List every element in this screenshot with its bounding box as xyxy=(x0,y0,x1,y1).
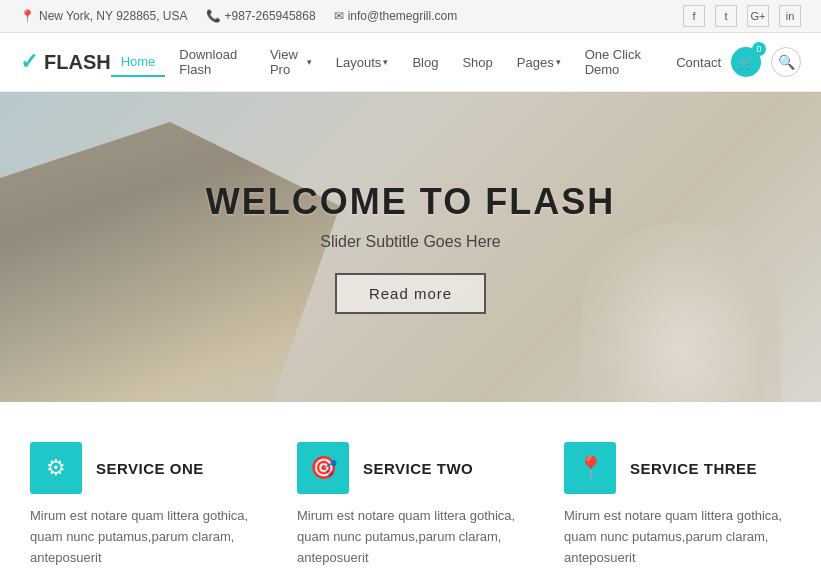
nav-item-download[interactable]: Download Flash xyxy=(169,41,256,83)
nav-item-contact[interactable]: Contact xyxy=(666,49,731,76)
nav-item-home[interactable]: Home xyxy=(111,48,166,77)
nav-item-viewpro[interactable]: View Pro ▾ xyxy=(260,41,322,83)
chevron-down-icon: ▾ xyxy=(307,57,312,67)
hero-subtitle: Slider Subtitle Goes Here xyxy=(206,233,615,251)
location-icon: 📍 xyxy=(20,9,35,23)
topbar-contact: 📍 New York, NY 928865, USA 📞 +987-265945… xyxy=(20,9,457,23)
nav-item-pages[interactable]: Pages ▾ xyxy=(507,49,571,76)
cart-badge: 0 xyxy=(752,42,766,56)
social-links: f t G+ in xyxy=(683,5,801,27)
header-actions: 🛒 0 🔍 xyxy=(731,47,801,77)
nav-item-shop[interactable]: Shop xyxy=(452,49,502,76)
hero-section: WELCOME TO FLASH Slider Subtitle Goes He… xyxy=(0,92,821,402)
cart-button[interactable]: 🛒 0 xyxy=(731,47,761,77)
nav-item-layouts[interactable]: Layouts ▾ xyxy=(326,49,399,76)
service-desc-3: Mirum est notare quam littera gothica, q… xyxy=(564,506,791,568)
logo[interactable]: ✓ FLASH xyxy=(20,49,111,75)
chevron-down-icon: ▾ xyxy=(556,57,561,67)
service-header-3: 📍 SERVICE THREE xyxy=(564,442,791,494)
topbar-location: 📍 New York, NY 928865, USA xyxy=(20,9,188,23)
service-desc-2: Mirum est notare quam littera gothica, q… xyxy=(297,506,524,568)
hero-read-more-button[interactable]: Read more xyxy=(335,273,486,314)
topbar-email: ✉ info@themegrill.com xyxy=(334,9,458,23)
topbar-phone: 📞 +987-265945868 xyxy=(206,9,316,23)
service-icon-2: 🎯 xyxy=(297,442,349,494)
header: ✓ FLASH Home Download Flash View Pro ▾ L… xyxy=(0,33,821,92)
googleplus-icon[interactable]: G+ xyxy=(747,5,769,27)
chevron-down-icon: ▾ xyxy=(383,57,388,67)
service-title-3: SERVICE THREE xyxy=(630,460,757,477)
service-desc-1: Mirum est notare quam littera gothica, q… xyxy=(30,506,257,568)
hero-title: WELCOME TO FLASH xyxy=(206,181,615,223)
service-item-2: 🎯 SERVICE TWO Mirum est notare quam litt… xyxy=(297,442,524,579)
nav-item-blog[interactable]: Blog xyxy=(402,49,448,76)
service-icon-1: ⚙ xyxy=(30,442,82,494)
service-item-1: ⚙ SERVICE ONE Mirum est notare quam litt… xyxy=(30,442,257,579)
hero-content: WELCOME TO FLASH Slider Subtitle Goes He… xyxy=(206,181,615,314)
service-header-1: ⚙ SERVICE ONE xyxy=(30,442,257,494)
service-icon-3: 📍 xyxy=(564,442,616,494)
service-title-1: SERVICE ONE xyxy=(96,460,204,477)
email-icon: ✉ xyxy=(334,9,344,23)
main-nav: Home Download Flash View Pro ▾ Layouts ▾… xyxy=(111,41,731,83)
facebook-icon[interactable]: f xyxy=(683,5,705,27)
phone-icon: 📞 xyxy=(206,9,221,23)
service-item-3: 📍 SERVICE THREE Mirum est notare quam li… xyxy=(564,442,791,579)
twitter-icon[interactable]: t xyxy=(715,5,737,27)
service-title-2: SERVICE TWO xyxy=(363,460,473,477)
service-header-2: 🎯 SERVICE TWO xyxy=(297,442,524,494)
logo-bird-icon: ✓ xyxy=(20,49,38,75)
topbar: 📍 New York, NY 928865, USA 📞 +987-265945… xyxy=(0,0,821,33)
linkedin-icon[interactable]: in xyxy=(779,5,801,27)
search-button[interactable]: 🔍 xyxy=(771,47,801,77)
logo-text: FLASH xyxy=(44,51,111,74)
services-section: ⚙ SERVICE ONE Mirum est notare quam litt… xyxy=(0,402,821,579)
nav-item-oneclickdemo[interactable]: One Click Demo xyxy=(575,41,663,83)
